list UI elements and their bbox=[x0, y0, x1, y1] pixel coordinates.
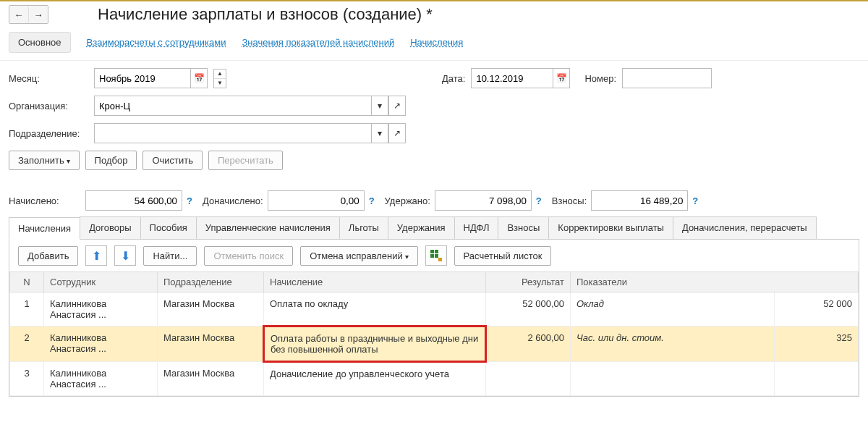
cell-value bbox=[774, 362, 858, 396]
table-row[interactable]: 2 Калинникова Анастасия ... Магазин Моск… bbox=[10, 327, 859, 362]
cell-indicator: Час. или дн. стоим. bbox=[571, 327, 775, 362]
col-department[interactable]: Подразделение bbox=[158, 272, 264, 292]
move-down-button[interactable]: ⬇ bbox=[114, 245, 136, 266]
tab-recalcs[interactable]: Доначисления, перерасчеты bbox=[673, 216, 817, 239]
accrued-help-icon[interactable]: ? bbox=[187, 195, 192, 206]
tab-ndfl[interactable]: НДФЛ bbox=[454, 216, 499, 239]
cancel-search-button: Отменить поиск bbox=[204, 246, 293, 266]
dept-input[interactable] bbox=[94, 123, 371, 143]
cell-n: 3 bbox=[10, 362, 44, 396]
cell-accrual: Оплата по окладу bbox=[264, 292, 486, 327]
tab-contributions[interactable]: Взносы bbox=[498, 216, 549, 239]
col-accrual[interactable]: Начисление bbox=[264, 272, 486, 292]
cell-result: 52 000,00 bbox=[486, 292, 571, 327]
withheld-value[interactable] bbox=[435, 190, 532, 211]
month-label: Месяц: bbox=[9, 73, 88, 84]
table-row[interactable]: 3 Калинникова Анастасия ... Магазин Моск… bbox=[10, 362, 859, 396]
move-up-button[interactable]: ⬆ bbox=[85, 245, 107, 266]
cancel-fixes-button[interactable]: Отмена исправлений bbox=[300, 246, 417, 266]
number-label: Номер: bbox=[584, 73, 616, 84]
date-input[interactable] bbox=[471, 68, 553, 88]
tab-deductions[interactable]: Удержания bbox=[388, 216, 455, 239]
find-button[interactable]: Найти... bbox=[143, 246, 197, 266]
cell-employee: Калинникова Анастасия ... bbox=[44, 292, 158, 327]
month-input[interactable] bbox=[94, 68, 190, 88]
additional-value[interactable] bbox=[268, 190, 365, 211]
cell-accrual: Доначисление до управленческого учета bbox=[264, 362, 486, 396]
cell-department: Магазин Москва bbox=[158, 362, 264, 396]
table-row[interactable]: 1 Калинникова Анастасия ... Магазин Моск… bbox=[10, 292, 859, 327]
contrib-help-icon[interactable]: ? bbox=[692, 195, 698, 206]
accrued-label: Начислено: bbox=[9, 195, 81, 206]
date-label: Дата: bbox=[442, 73, 465, 84]
contrib-value[interactable] bbox=[591, 190, 688, 211]
tab-main[interactable]: Основное bbox=[9, 32, 71, 53]
date-calendar-icon[interactable]: 📅 bbox=[553, 68, 570, 88]
fill-button[interactable]: Заполнить bbox=[9, 151, 80, 170]
cell-department: Магазин Москва bbox=[158, 327, 264, 362]
cell-value: 325 bbox=[774, 327, 858, 362]
tab-mgmt-accruals[interactable]: Управленческие начисления bbox=[196, 216, 340, 239]
add-button[interactable]: Добавить bbox=[18, 246, 78, 266]
col-n[interactable]: N bbox=[10, 272, 44, 292]
recalc-button: Пересчитать bbox=[208, 151, 283, 170]
arrow-up-icon: ⬆ bbox=[92, 249, 101, 263]
dept-dropdown-icon[interactable]: ▾ bbox=[371, 123, 388, 143]
withheld-help-icon[interactable]: ? bbox=[536, 195, 542, 206]
cell-result: 2 600,00 bbox=[486, 327, 571, 362]
tab-accruals[interactable]: Начисления bbox=[9, 217, 80, 240]
number-input[interactable] bbox=[622, 68, 712, 88]
col-indicators[interactable]: Показатели bbox=[571, 272, 859, 292]
additional-help-icon[interactable]: ? bbox=[369, 195, 375, 206]
contrib-label: Взносы: bbox=[552, 195, 587, 206]
dept-label: Подразделение: bbox=[9, 128, 88, 139]
link-indicator-values[interactable]: Значения показателей начислений bbox=[242, 37, 394, 48]
col-result[interactable]: Результат bbox=[486, 272, 571, 292]
cell-accrual-highlighted: Оплата работы в праздничные и выходные д… bbox=[264, 327, 486, 362]
cell-result bbox=[486, 362, 571, 396]
tab-contracts[interactable]: Договоры bbox=[80, 216, 140, 239]
grid-icon bbox=[430, 250, 442, 261]
month-stepper[interactable]: ▲ ▼ bbox=[213, 69, 226, 88]
stepper-up-icon[interactable]: ▲ bbox=[214, 70, 226, 79]
dept-open-icon[interactable]: ↗ bbox=[388, 123, 406, 143]
tab-corrections[interactable]: Корректировки выплаты bbox=[548, 216, 673, 239]
stepper-down-icon[interactable]: ▼ bbox=[214, 79, 226, 88]
nav-forward-button[interactable]: → bbox=[29, 6, 48, 23]
org-open-icon[interactable]: ↗ bbox=[388, 96, 406, 116]
cell-employee: Калинникова Анастасия ... bbox=[44, 327, 158, 362]
link-accruals[interactable]: Начисления bbox=[410, 37, 463, 48]
page-title: Начисление зарплаты и взносов (создание)… bbox=[98, 5, 433, 24]
accrued-value[interactable] bbox=[85, 190, 182, 211]
select-button[interactable]: Подбор bbox=[85, 151, 137, 170]
cell-indicator: Оклад bbox=[571, 292, 775, 327]
arrow-down-icon: ⬇ bbox=[121, 249, 130, 263]
accruals-table: N Сотрудник Подразделение Начисление Рез… bbox=[9, 271, 859, 396]
cell-department: Магазин Москва bbox=[158, 292, 264, 327]
tab-benefits[interactable]: Пособия bbox=[140, 216, 197, 239]
payslip-button[interactable]: Расчетный листок bbox=[454, 246, 552, 266]
link-settlements[interactable]: Взаиморасчеты с сотрудниками bbox=[87, 37, 226, 48]
withheld-label: Удержано: bbox=[385, 195, 430, 206]
month-calendar-icon[interactable]: 📅 bbox=[190, 68, 208, 88]
cell-employee: Калинникова Анастасия ... bbox=[44, 362, 158, 396]
grid-settings-button[interactable] bbox=[425, 245, 447, 266]
additional-label: Доначислено: bbox=[203, 195, 263, 206]
cell-n: 2 bbox=[10, 327, 44, 362]
clear-button[interactable]: Очистить bbox=[142, 151, 203, 170]
cell-n: 1 bbox=[10, 292, 44, 327]
tab-privileges[interactable]: Льготы bbox=[339, 216, 388, 239]
col-employee[interactable]: Сотрудник bbox=[44, 272, 158, 292]
nav-back-button[interactable]: ← bbox=[9, 6, 29, 23]
org-label: Организация: bbox=[9, 101, 88, 111]
org-dropdown-icon[interactable]: ▾ bbox=[371, 96, 388, 116]
cell-indicator bbox=[571, 362, 775, 396]
org-input[interactable] bbox=[94, 96, 371, 116]
cell-value: 52 000 bbox=[774, 292, 858, 327]
